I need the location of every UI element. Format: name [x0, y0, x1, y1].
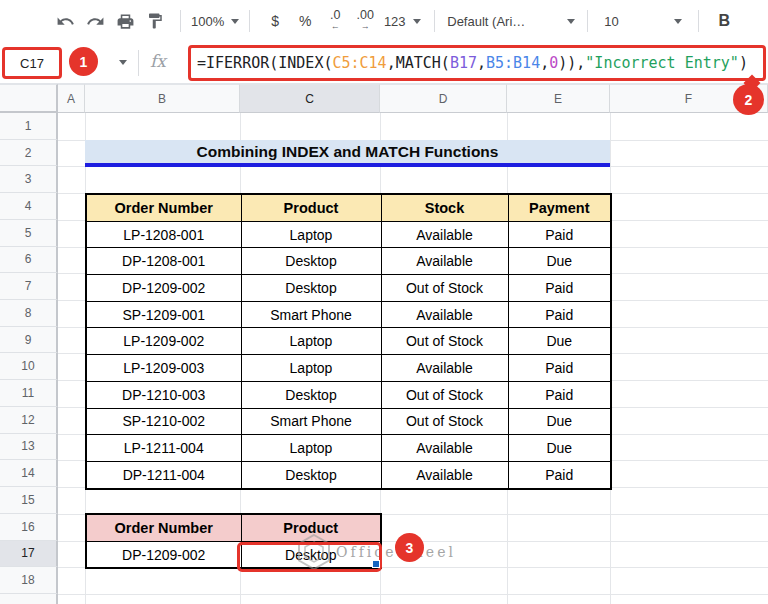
cell[interactable]: Due — [508, 248, 611, 275]
grid-line — [58, 594, 768, 595]
more-formats-button[interactable]: 123 — [380, 6, 424, 36]
formula-input[interactable]: =IFERROR(INDEX(C5:C14,MATCH(B17,B5:B14,0… — [188, 45, 766, 81]
name-box[interactable]: C17 — [2, 47, 62, 79]
cell[interactable]: Laptop — [241, 221, 381, 248]
font-family-select[interactable]: Default (Ari… — [445, 6, 577, 36]
cell[interactable]: Out of Stock — [381, 275, 508, 302]
print-icon — [116, 12, 135, 31]
cell[interactable]: Out of Stock — [381, 328, 508, 355]
cell[interactable]: SP-1210-002 — [86, 408, 241, 435]
font-size-value: 10 — [604, 14, 618, 29]
cell[interactable]: DP-1210-003 — [86, 381, 241, 408]
row-header-1[interactable]: 1 — [0, 113, 58, 140]
header-cell[interactable]: Stock — [381, 194, 508, 221]
row-header-9[interactable]: 9 — [0, 327, 58, 354]
formula-segment: ) — [739, 54, 748, 72]
cell[interactable]: Paid — [508, 301, 611, 328]
column-header-B[interactable]: B — [85, 84, 240, 113]
row-header-10[interactable]: 10 — [0, 353, 58, 380]
column-header-C[interactable]: C — [240, 84, 380, 113]
cell[interactable]: DP-1209-002 — [86, 275, 241, 302]
formula-bar-divider — [138, 50, 139, 76]
fill-handle[interactable] — [372, 560, 380, 568]
toolbar-divider — [587, 10, 588, 32]
print-button[interactable] — [110, 6, 140, 36]
cell[interactable]: Desktop — [241, 381, 381, 408]
row-header-6[interactable]: 6 — [0, 247, 58, 274]
cell[interactable]: Laptop — [241, 355, 381, 382]
bold-button[interactable]: B — [709, 6, 739, 36]
cell[interactable]: DP-1209-002 — [86, 541, 241, 568]
cell[interactable]: LP-1208-001 — [86, 221, 241, 248]
paint-format-button[interactable] — [140, 6, 170, 36]
cell[interactable]: DP-1208-001 — [86, 248, 241, 275]
cell[interactable]: Laptop — [241, 435, 381, 462]
cell[interactable]: SP-1209-001 — [86, 301, 241, 328]
decrease-decimal-button[interactable]: .0 ← — [320, 6, 350, 36]
row-header-14[interactable]: 14 — [0, 460, 58, 487]
row-header-3[interactable]: 3 — [0, 166, 58, 193]
row-header-partial[interactable] — [0, 594, 58, 604]
column-header-A[interactable]: A — [58, 84, 85, 113]
cell[interactable]: Paid — [508, 461, 611, 488]
format-percent-button[interactable]: % — [290, 6, 320, 36]
font-size-select[interactable]: 10 — [598, 6, 688, 36]
row-header-8[interactable]: 8 — [0, 300, 58, 327]
cell[interactable]: DP-1211-004 — [86, 461, 241, 488]
row-header-2[interactable]: 2 — [0, 140, 58, 167]
formula-segment: , — [477, 54, 486, 72]
cell[interactable]: Paid — [508, 275, 611, 302]
cell[interactable]: Desktop — [241, 461, 381, 488]
row-header-17[interactable]: 17 — [0, 541, 58, 568]
cell[interactable]: Available — [381, 355, 508, 382]
header-cell[interactable]: Order Number — [86, 194, 241, 221]
row-header-13[interactable]: 13 — [0, 434, 58, 461]
cell[interactable]: Due — [508, 408, 611, 435]
sheet-title-cell[interactable]: Combining INDEX and MATCH Functions — [85, 140, 610, 167]
row-header-16[interactable]: 16 — [0, 514, 58, 541]
cell[interactable]: Available — [381, 435, 508, 462]
cell[interactable]: Smart Phone — [241, 408, 381, 435]
cell[interactable]: Out of Stock — [381, 408, 508, 435]
cell[interactable]: Due — [508, 328, 611, 355]
cell[interactable]: LP-1209-002 — [86, 328, 241, 355]
cell[interactable]: Paid — [508, 221, 611, 248]
row-header-15[interactable]: 15 — [0, 487, 58, 514]
header-cell[interactable]: Payment — [508, 194, 611, 221]
cells-area[interactable]: Combining INDEX and MATCH Functions Orde… — [58, 113, 768, 604]
increase-decimal-button[interactable]: .00 → — [350, 6, 380, 36]
cell[interactable]: Available — [381, 461, 508, 488]
cell[interactable]: Available — [381, 301, 508, 328]
cell[interactable]: Available — [381, 221, 508, 248]
column-header-D[interactable]: D — [380, 84, 507, 113]
select-all-corner[interactable] — [0, 84, 58, 113]
spreadsheet-app: 100% $ % .0 ← .00 → 123 Default (Ari… 10 — [0, 0, 768, 604]
bold-icon: B — [718, 12, 730, 30]
header-cell[interactable]: Order Number — [86, 514, 241, 541]
cell[interactable]: LP-1209-003 — [86, 355, 241, 382]
cell[interactable]: Smart Phone — [241, 301, 381, 328]
table-row: LP-1211-004LaptopAvailableDue — [86, 435, 611, 462]
name-box-dropdown-icon[interactable] — [119, 60, 127, 65]
row-header-5[interactable]: 5 — [0, 220, 58, 247]
cell[interactable]: Available — [381, 248, 508, 275]
cell[interactable]: Paid — [508, 381, 611, 408]
row-header-7[interactable]: 7 — [0, 273, 58, 300]
cell[interactable]: LP-1211-004 — [86, 435, 241, 462]
cell[interactable]: Due — [508, 435, 611, 462]
format-currency-button[interactable]: $ — [260, 6, 290, 36]
zoom-select[interactable]: 100% — [191, 6, 239, 36]
cell[interactable]: Out of Stock — [381, 381, 508, 408]
row-header-11[interactable]: 11 — [0, 380, 58, 407]
row-header-4[interactable]: 4 — [0, 193, 58, 220]
undo-button[interactable] — [50, 6, 80, 36]
redo-button[interactable] — [80, 6, 110, 36]
header-cell[interactable]: Product — [241, 194, 381, 221]
cell[interactable]: Desktop — [241, 248, 381, 275]
cell[interactable]: Desktop — [241, 275, 381, 302]
row-header-18[interactable]: 18 — [0, 567, 58, 594]
cell[interactable]: Laptop — [241, 328, 381, 355]
column-header-E[interactable]: E — [507, 84, 610, 113]
cell[interactable]: Paid — [508, 355, 611, 382]
row-header-12[interactable]: 12 — [0, 407, 58, 434]
